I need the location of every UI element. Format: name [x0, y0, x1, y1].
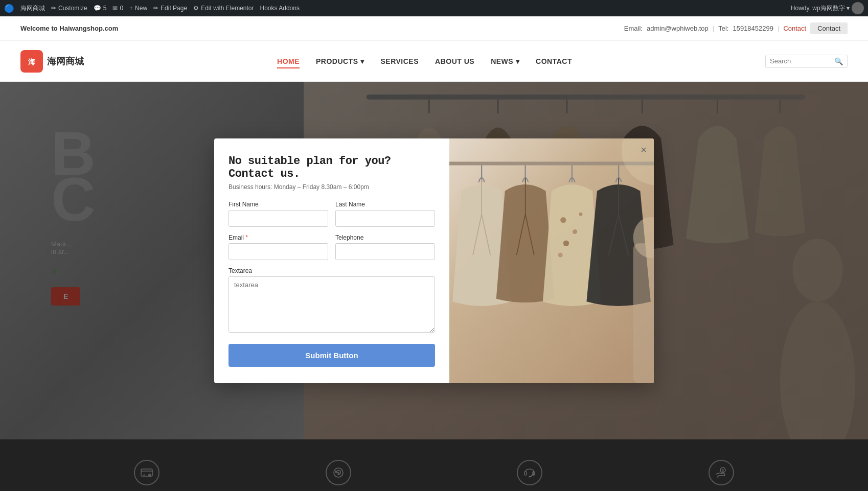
svg-text:海: 海 [28, 58, 36, 66]
nav-link-products[interactable]: PRODUCTS ▾ [316, 57, 364, 67]
svg-point-19 [573, 229, 577, 233]
svg-point-34 [529, 476, 531, 478]
contact-modal: × No suitable plan for you? Contact us. … [214, 138, 654, 383]
nav-item-home[interactable]: HOME [277, 57, 300, 66]
modal-clothes-image [449, 138, 654, 383]
elementor-label: Edit with Elementor [201, 5, 254, 12]
elementor-icon: ⚙ [193, 5, 199, 12]
nav-item-contact[interactable]: CONTACT [536, 57, 572, 66]
avatar [852, 2, 864, 14]
footer-icon-1 [134, 460, 159, 485]
new-label: New [135, 5, 147, 12]
page-background: B C Maur...in ar... ✓ E × No suitable pl… [0, 82, 868, 439]
svg-point-22 [558, 252, 563, 257]
svg-point-21 [579, 212, 583, 216]
svg-text:$: $ [722, 469, 724, 473]
comments-icon: 💬 [94, 5, 101, 12]
messages-icon: ✉ [112, 5, 118, 12]
edit-page-item[interactable]: ✏ Edit Page [153, 5, 187, 12]
last-name-label: Last Name [335, 201, 435, 208]
hooks-label: Hooks Addons [260, 5, 300, 12]
site-name-label: 海网商城 [20, 4, 45, 13]
first-name-input[interactable] [229, 210, 328, 227]
tel-number: 15918452299 [733, 25, 773, 32]
telephone-input[interactable] [335, 243, 435, 260]
textarea-group: Textarea [229, 267, 435, 335]
email-label: Email * [229, 234, 328, 241]
last-name-group: Last Name [335, 201, 435, 227]
logo-text: 海网商城 [47, 55, 84, 67]
nav-link-news[interactable]: NEWS ▾ [491, 57, 519, 67]
edit-with-elementor-item[interactable]: ⚙ Edit with Elementor [193, 5, 254, 12]
nav-menu: HOME PRODUCTS ▾ SERVICES ABOUT US NEWS ▾… [277, 57, 572, 66]
customize-icon: ✏ [51, 5, 56, 12]
modal-subtitle: Business hours: Monday – Friday 8.30am –… [229, 183, 435, 191]
telephone-group: Telephone [335, 234, 435, 260]
footer-icons-bar: $ $ [0, 439, 868, 491]
textarea-input[interactable] [229, 276, 435, 333]
nav-link-services[interactable]: SERVICES [380, 57, 419, 67]
separator2: | [778, 25, 779, 32]
required-star: * [245, 234, 248, 241]
email-group: Email * [229, 234, 328, 260]
contact-link[interactable]: Contact [783, 25, 806, 32]
nav-link-contact[interactable]: CONTACT [536, 57, 572, 67]
messages-item[interactable]: ✉ 0 [112, 5, 123, 12]
contact-button[interactable]: Contact [810, 22, 848, 34]
textarea-label: Textarea [229, 267, 435, 274]
nav-item-about[interactable]: ABOUT US [435, 57, 474, 66]
modal-close-button[interactable]: × [641, 145, 647, 155]
last-name-input[interactable] [335, 210, 435, 227]
new-count: 0 [120, 5, 123, 12]
comments-item[interactable]: 💬 5 [94, 5, 107, 12]
email-label: Email: [624, 25, 643, 32]
comments-count: 5 [103, 5, 107, 12]
svg-rect-13 [449, 161, 654, 165]
search-icon[interactable]: 🔍 [834, 57, 843, 65]
support-icon [517, 460, 542, 485]
svg-point-28 [148, 474, 151, 477]
site-url: Haiwangshop.com [59, 25, 118, 32]
nav-link-home[interactable]: HOME [277, 57, 300, 68]
nav-bar: 海 海网商城 HOME PRODUCTS ▾ SERVICES ABOUT US… [0, 41, 868, 82]
email-link[interactable]: admin@wphiweb.top [647, 25, 709, 32]
wp-logo-icon: 🔵 [4, 3, 14, 13]
telephone-label: Telephone [335, 234, 435, 241]
admin-bar: 🔵 海网商城 ✏ Customize 💬 5 ✉ 0 + New ✏ Edit … [0, 0, 868, 16]
site-name-item[interactable]: 海网商城 [20, 4, 45, 13]
name-row: First Name Last Name [229, 201, 435, 227]
plus-icon: + [129, 5, 133, 12]
search-input[interactable] [770, 57, 831, 65]
nav-item-news[interactable]: NEWS ▾ [491, 57, 519, 66]
svg-rect-32 [524, 472, 527, 475]
wp-logo-item[interactable]: 🔵 [4, 3, 14, 13]
new-item[interactable]: + New [129, 5, 147, 12]
svg-point-18 [560, 217, 566, 222]
modal-form-side: No suitable plan for you? Contact us. Bu… [214, 138, 449, 383]
customize-label: Customize [58, 5, 87, 12]
modal-title: No suitable plan for you? Contact us. [229, 155, 435, 180]
submit-button[interactable]: Submit Button [229, 344, 435, 367]
top-bar: Welcome to Haiwangshop.com Email: admin@… [0, 16, 868, 41]
svg-text:$: $ [337, 471, 340, 476]
nav-item-services[interactable]: SERVICES [380, 57, 419, 66]
logo[interactable]: 海 海网商城 [20, 50, 84, 73]
edit-icon: ✏ [153, 5, 158, 12]
svg-rect-23 [633, 243, 654, 383]
footer-icon-4: $ [709, 460, 734, 485]
welcome-prefix: Welcome to [20, 25, 59, 32]
howdy-item[interactable]: Howdy, wp海网数字 ▾ [791, 2, 864, 14]
first-name-label: First Name [229, 201, 328, 208]
nav-search: 🔍 [765, 55, 848, 68]
customize-item[interactable]: ✏ Customize [51, 5, 87, 12]
refund-icon: $ [326, 460, 351, 485]
nav-link-about[interactable]: ABOUT US [435, 57, 474, 67]
nav-item-products[interactable]: PRODUCTS ▾ [316, 57, 364, 66]
top-bar-right: Email: admin@wphiweb.top | Tel: 15918452… [624, 22, 848, 34]
hooks-item[interactable]: Hooks Addons [260, 5, 300, 12]
howdy-label: Howdy, wp海网数字 ▾ [791, 4, 850, 13]
email-input[interactable] [229, 243, 328, 260]
footer-icon-3 [517, 460, 542, 485]
logo-icon: 海 [20, 50, 43, 73]
welcome-text: Welcome to Haiwangshop.com [20, 25, 118, 32]
